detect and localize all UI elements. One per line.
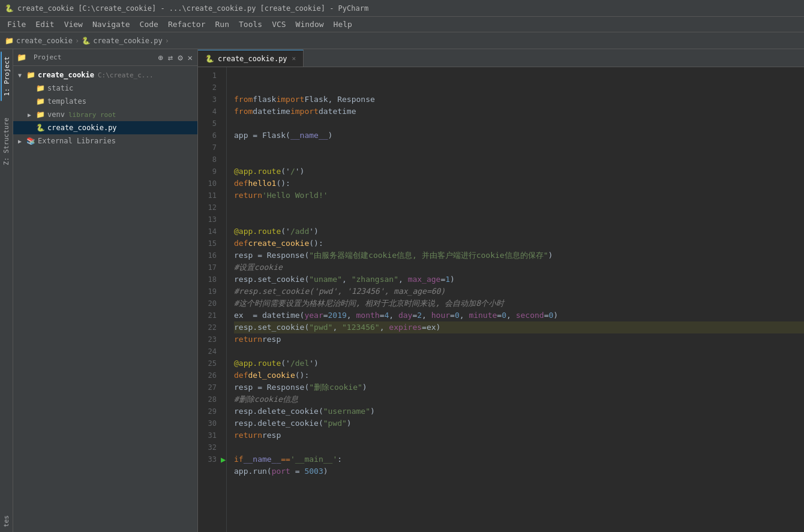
- code-line-32: app.run(port = 5003): [234, 465, 804, 477]
- line-num-9: 9: [198, 166, 219, 178]
- line-num-1: 1: [198, 70, 219, 82]
- tree-item-extlibs[interactable]: ▶ 📚 External Libraries: [13, 134, 197, 148]
- line-num-19: 19: [198, 285, 219, 297]
- vtab-bottom[interactable]: tes: [1, 510, 11, 532]
- code-line-25: resp = Response("删除cookie"): [234, 381, 804, 393]
- sidebar-close-icon[interactable]: ✕: [187, 52, 194, 64]
- line-num-12: 12: [198, 202, 219, 214]
- line-num-33: 33: [198, 453, 219, 465]
- app-icon: 🐍: [5, 4, 14, 13]
- menu-window[interactable]: Window: [291, 19, 329, 30]
- sidebar-collapse-icon[interactable]: ⇄: [167, 52, 174, 64]
- menu-edit[interactable]: Edit: [31, 19, 59, 30]
- line-num-3: 3: [198, 94, 219, 106]
- code-line-17: #resp.set_cookie('pwd', '123456', max_ag…: [234, 285, 804, 297]
- code-line-26: #删除cookie信息: [234, 393, 804, 405]
- arrow-root: ▼: [18, 72, 26, 79]
- menu-file[interactable]: File: [2, 19, 31, 30]
- folder-icon-templates: 📁: [36, 97, 45, 106]
- code-line-33: [234, 477, 804, 489]
- tree-item-createcookiepy[interactable]: 🐍 create_cookie.py: [13, 121, 197, 134]
- code-line-5: [234, 142, 804, 154]
- line-num-29: 29: [198, 405, 219, 417]
- menu-bar: File Edit View Navigate Code Refactor Ru…: [0, 17, 804, 32]
- breadcrumb-sep2: ›: [165, 37, 169, 45]
- code-line-9: return 'Hello World!': [234, 190, 804, 202]
- tree-item-root[interactable]: ▼ 📁 create_cookie C:\create_c...: [13, 68, 197, 82]
- vtab-project[interactable]: 1: Project: [1, 52, 12, 101]
- folder-icon-static: 📁: [36, 84, 45, 92]
- breadcrumb: 📁 create_cookie › 🐍 create_cookie.py ›: [0, 32, 804, 49]
- code-line-18: #这个时间需要设置为格林尼治时间, 相对于北京时间来说, 会自动加8个小时: [234, 297, 804, 309]
- line-num-25: 25: [198, 357, 219, 369]
- vertical-tabs: 1: Project Z: Structure tes: [0, 49, 13, 532]
- line-num-24: 24: [198, 345, 219, 357]
- item-name-venv: venv: [47, 110, 65, 119]
- menu-tools[interactable]: Tools: [234, 19, 267, 30]
- menu-navigate[interactable]: Navigate: [88, 19, 135, 30]
- tree-item-static[interactable]: 📁 static: [13, 82, 197, 95]
- sidebar-tab-icons: ⊕ ⇄ ⚙ ✕: [157, 52, 194, 64]
- line-num-31: 31: [198, 429, 219, 441]
- code-line-19: ex = datetime(year=2019, month=4, day=2,…: [234, 309, 804, 321]
- editor-tabs: 🐍 create_cookie.py ✕: [198, 49, 804, 67]
- code-line-3: [234, 118, 804, 130]
- window-title: create_cookie [C:\create_cookie] - ...\c…: [17, 4, 368, 13]
- code-line-16: resp.set_cookie("uname", "zhangsan", max…: [234, 273, 804, 285]
- line-num-20: 20: [198, 297, 219, 309]
- sidebar-gear-icon[interactable]: ⚙: [176, 52, 184, 64]
- menu-code[interactable]: Code: [135, 19, 163, 30]
- code-line-12: @app.route('/add'): [234, 226, 804, 238]
- line-num-30: 30: [198, 417, 219, 429]
- line-num-4: 4: [198, 106, 219, 118]
- item-name-templates: templates: [47, 97, 86, 106]
- sidebar-tab-label[interactable]: Project: [29, 52, 66, 62]
- line-num-5: 5: [198, 118, 219, 130]
- line-num-32: 32: [198, 441, 219, 453]
- sidebar-locate-icon[interactable]: ⊕: [157, 52, 164, 64]
- line-num-21: 21: [198, 309, 219, 321]
- code-line-15: #设置cookie: [234, 262, 804, 273]
- code-line-24: def del_cookie():: [234, 369, 804, 381]
- code-content[interactable]: from flask import Flask, Responsefrom da…: [227, 67, 804, 532]
- menu-help[interactable]: Help: [329, 19, 357, 30]
- code-line-2: from datetime import datetime: [234, 106, 804, 118]
- breadcrumb-root[interactable]: create_cookie: [16, 37, 73, 45]
- sidebar: 📁 Project ⊕ ⇄ ⚙ ✕ ▼ 📁 create_cookie C:\c…: [13, 49, 198, 532]
- item-name-static: static: [47, 84, 73, 92]
- code-line-14: resp = Response("由服务器端创建cookie信息, 并由客户端进…: [234, 250, 804, 262]
- tree-item-venv[interactable]: ▶ 📁 venv library root: [13, 108, 197, 121]
- tab-close-button[interactable]: ✕: [292, 55, 296, 62]
- line-num-14: 14: [198, 226, 219, 238]
- line-num-16: 16: [198, 250, 219, 262]
- menu-refactor[interactable]: Refactor: [163, 19, 211, 30]
- line-num-8: 8: [198, 154, 219, 166]
- vtab-structure[interactable]: Z: Structure: [1, 113, 11, 170]
- code-line-21: return resp: [234, 333, 804, 345]
- code-line-31: ▶if __name__ == '__main__':: [234, 453, 804, 465]
- tree-item-templates[interactable]: 📁 templates: [13, 95, 197, 108]
- code-line-22: [234, 345, 804, 357]
- arrow-venv: ▶: [28, 112, 36, 118]
- project-icon: 📁: [17, 53, 26, 62]
- item-sub-root: C:\create_c...: [98, 71, 154, 79]
- line-num-17: 17: [198, 262, 219, 273]
- line-num-6: 6: [198, 130, 219, 142]
- menu-vcs[interactable]: VCS: [267, 19, 290, 30]
- menu-view[interactable]: View: [59, 19, 88, 30]
- code-line-11: [234, 214, 804, 226]
- breadcrumb-icon2: 🐍: [82, 37, 91, 45]
- run-arrow-icon[interactable]: ▶: [221, 453, 226, 465]
- code-line-7: @app.route('/'): [234, 166, 804, 178]
- menu-run[interactable]: Run: [211, 19, 234, 30]
- sidebar-header: 📁 Project ⊕ ⇄ ⚙ ✕: [13, 49, 197, 66]
- file-tree: ▼ 📁 create_cookie C:\create_c... 📁 stati…: [13, 66, 197, 532]
- arrow-extlibs: ▶: [18, 138, 26, 145]
- line-num-11: 11: [198, 190, 219, 202]
- main-layout: 1: Project Z: Structure tes 📁 Project ⊕ …: [0, 49, 804, 532]
- line-num-15: 15: [198, 238, 219, 250]
- editor-tab-createcookiepy[interactable]: 🐍 create_cookie.py ✕: [198, 50, 304, 67]
- breadcrumb-icon: 📁: [5, 37, 14, 45]
- code-editor[interactable]: 1234567891011121314151617181920212223242…: [198, 67, 804, 532]
- breadcrumb-file[interactable]: create_cookie.py: [93, 37, 163, 45]
